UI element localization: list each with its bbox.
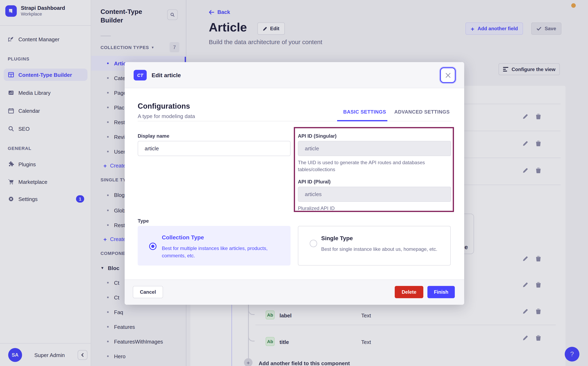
cancel-button[interactable]: Cancel [133, 286, 163, 298]
modal-title: Edit article [152, 72, 181, 78]
display-name-input[interactable]: article [138, 141, 290, 156]
api-id-singular-input: article [298, 141, 451, 156]
type-label: Type [138, 218, 149, 224]
screen: Strapi Dashboard Workplace Content Manag… [0, 0, 588, 366]
collection-type-title: Collection Type [162, 234, 204, 241]
delete-button[interactable]: Delete [395, 286, 423, 298]
collection-type-option[interactable]: Collection Type Best for multiple instan… [138, 226, 290, 266]
content-type-badge: CT [134, 70, 147, 80]
api-id-singular-label: API ID (Singular) [298, 133, 336, 139]
api-id-plural-label: API ID (Plural) [298, 179, 331, 185]
api-id-plural-input: articles [298, 187, 451, 202]
api-id-plural-help: Pluralized API ID [298, 205, 335, 212]
tab-basic-settings[interactable]: BASIC SETTINGS [343, 109, 386, 115]
api-id-singular-help: The UID is used to generate the API rout… [298, 159, 425, 173]
display-name-label: Display name [138, 133, 169, 139]
single-type-title: Single Type [321, 235, 353, 241]
edit-content-type-modal: CT Edit article Configurations A type fo… [125, 62, 464, 305]
single-type-option[interactable]: Single Type Best for single instance lik… [298, 226, 451, 266]
active-tab-indicator [337, 120, 387, 121]
tab-advanced-settings[interactable]: ADVANCED SETTINGS [394, 109, 450, 115]
single-type-desc: Best for single instance like about us, … [321, 245, 437, 253]
radio-selected-icon[interactable] [149, 243, 156, 250]
finish-button[interactable]: Finish [428, 286, 455, 298]
modal-subheading: A type for modeling data [138, 113, 195, 119]
radio-unselected-icon[interactable] [310, 240, 317, 247]
modal-heading: Configurations [138, 102, 190, 111]
collection-type-desc: Best for multiple instances like article… [162, 245, 268, 259]
close-button[interactable] [440, 67, 456, 83]
tabs-divider [138, 121, 451, 121]
